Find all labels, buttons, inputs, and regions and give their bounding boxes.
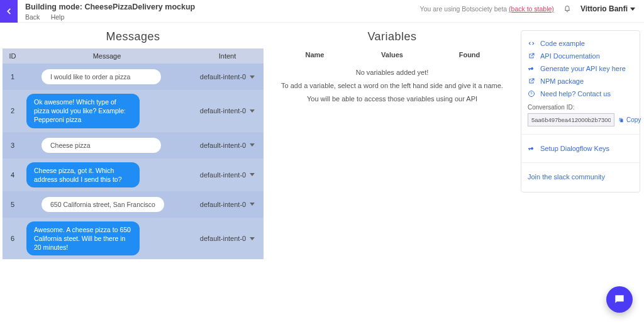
- message-row: 6Awesome. A cheese pizza to 650 Californ…: [3, 218, 264, 260]
- chevron-down-icon: [250, 143, 255, 147]
- intent-dropdown[interactable]: default-intent-0: [191, 73, 264, 81]
- col-values: Values: [353, 51, 431, 59]
- message-row: 5650 California street, San Franciscodef…: [3, 191, 264, 218]
- link-dialogflow[interactable]: Setup Dialogflow Keys: [528, 142, 633, 155]
- svg-text:?: ?: [530, 92, 533, 96]
- back-button[interactable]: [0, 0, 18, 23]
- bot-message-bubble[interactable]: Awesome. A cheese pizza to 650 Californi…: [26, 221, 140, 256]
- external-link-icon: [528, 77, 535, 85]
- variables-empty-2: To add a variable, select a word on the …: [276, 79, 508, 92]
- message-row: 3Cheese pizzadefault-intent-0: [3, 132, 264, 159]
- row-id: 2: [3, 107, 23, 115]
- col-name: Name: [276, 51, 353, 59]
- message-row: 2Ok awesome! Which type of pizza would y…: [3, 90, 264, 132]
- link-code-example[interactable]: Code example: [528, 37, 633, 50]
- message-row: 1I would like to order a pizzadefault-in…: [3, 64, 264, 90]
- intent-dropdown[interactable]: default-intent-0: [191, 171, 264, 179]
- row-message-cell: Cheese pizza: [23, 138, 191, 153]
- row-message-cell: Cheese pizza, got it. Which address shou…: [23, 162, 191, 187]
- row-id: 4: [3, 171, 23, 179]
- intent-dropdown[interactable]: default-intent-0: [191, 142, 264, 149]
- col-intent: Intent: [191, 52, 264, 60]
- chevron-down-icon: [250, 109, 255, 113]
- row-id: 3: [3, 142, 23, 149]
- variables-panel: Variables Name Values Found No variables…: [270, 26, 514, 106]
- bell-icon[interactable]: [563, 4, 572, 14]
- row-id: 6: [3, 235, 23, 242]
- conversation-id-label: Conversation ID:: [528, 104, 633, 111]
- variables-empty-3: You will be able to access those variabl…: [276, 92, 508, 106]
- link-api-docs[interactable]: API Documentation: [528, 50, 633, 62]
- col-id: ID: [3, 52, 23, 60]
- message-row: 4Cheese pizza, got it. Which address sho…: [3, 159, 264, 191]
- key-icon: [528, 145, 535, 152]
- intent-dropdown[interactable]: default-intent-0: [191, 107, 264, 115]
- row-message-cell: 650 California street, San Francisco: [23, 197, 191, 212]
- row-message-cell: Awesome. A cheese pizza to 650 Californi…: [23, 221, 191, 256]
- user-message-bubble[interactable]: 650 California street, San Francisco: [42, 197, 164, 212]
- messages-panel: Messages ID Message Intent 1I would like…: [3, 26, 264, 259]
- chevron-down-icon: [250, 173, 255, 176]
- conversation-id-field[interactable]: [528, 113, 614, 126]
- link-npm[interactable]: NPM package: [528, 75, 633, 87]
- variables-empty-1: No variables added yet!: [276, 66, 508, 79]
- messages-title: Messages: [3, 26, 264, 48]
- variables-title: Variables: [276, 26, 508, 48]
- back-to-stable-link[interactable]: (back to stable): [509, 5, 554, 13]
- user-message-bubble[interactable]: Cheese pizza: [42, 138, 161, 153]
- user-message-bubble[interactable]: I would like to order a pizza: [42, 69, 161, 84]
- bot-message-bubble[interactable]: Cheese pizza, got it. Which address shou…: [26, 162, 140, 187]
- question-icon: ?: [528, 90, 535, 98]
- intent-dropdown[interactable]: default-intent-0: [191, 235, 264, 242]
- beta-notice: You are using Botsociety beta (back to s…: [420, 5, 554, 13]
- messages-header-row: ID Message Intent: [3, 48, 264, 64]
- link-generate-key[interactable]: Generate your API key here: [528, 62, 633, 75]
- user-menu[interactable]: Vittorio Banfi: [580, 4, 635, 13]
- variables-header-row: Name Values Found: [276, 48, 508, 62]
- bot-message-bubble[interactable]: Ok awesome! Which type of pizza would yo…: [26, 94, 140, 128]
- row-id: 5: [3, 201, 23, 208]
- row-message-cell: Ok awesome! Which type of pizza would yo…: [23, 94, 191, 128]
- side-panel: Code example API Documentation Generate …: [521, 30, 640, 193]
- chevron-down-icon: [250, 75, 255, 79]
- chevron-down-icon: [630, 8, 635, 11]
- copy-icon: [618, 117, 625, 123]
- nav-back[interactable]: Back: [25, 13, 40, 21]
- external-link-icon: [528, 52, 535, 60]
- chevron-down-icon: [250, 237, 255, 240]
- col-message: Message: [23, 52, 191, 60]
- code-icon: [528, 40, 535, 47]
- row-id: 1: [3, 73, 23, 81]
- key-icon: [528, 65, 535, 72]
- row-message-cell: I would like to order a pizza: [23, 69, 191, 84]
- page-title: Building mode: CheesePizzaDelivery mocku…: [25, 3, 414, 11]
- chevron-down-icon: [250, 203, 255, 206]
- nav-help[interactable]: Help: [51, 13, 65, 21]
- intent-dropdown[interactable]: default-intent-0: [191, 201, 264, 208]
- copy-button[interactable]: Copy: [618, 116, 641, 123]
- link-slack[interactable]: Join the slack community: [528, 170, 633, 183]
- link-help[interactable]: ? Need help? Contact us: [528, 87, 633, 100]
- col-found: Found: [431, 51, 508, 59]
